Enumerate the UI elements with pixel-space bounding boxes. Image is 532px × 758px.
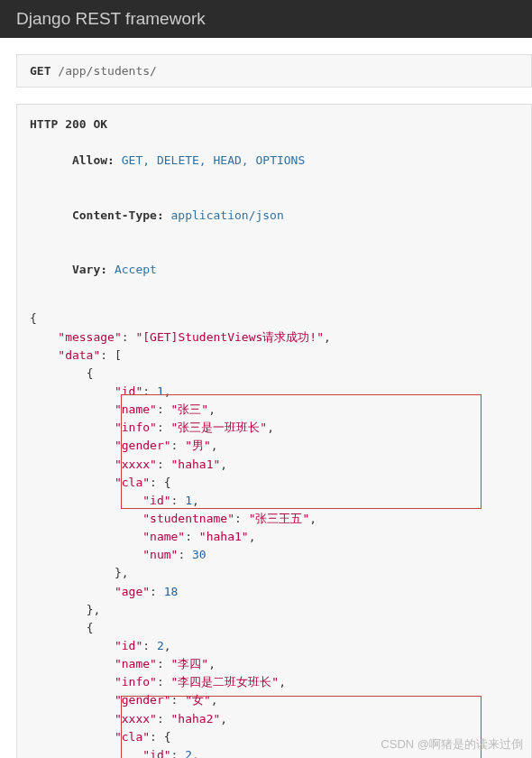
request-path: /app/students/ [58, 64, 157, 78]
json-body: { "message": "[GET]StudentViews请求成功!", "… [30, 310, 518, 758]
request-summary: GET /app/students/ [16, 54, 532, 88]
vary-header-val: Accept [115, 263, 157, 276]
response-block: HTTP 200 OK Allow: GET, DELETE, HEAD, OP… [16, 104, 532, 758]
allow-header-val: GET, DELETE, HEAD, OPTIONS [122, 153, 306, 167]
content-type-key: Content-Type: [72, 208, 164, 222]
vary-header-key: Vary: [72, 263, 107, 276]
request-method: GET [30, 64, 50, 78]
allow-header-key: Allow: [72, 153, 115, 167]
status-line: HTTP 200 OK [30, 116, 518, 134]
json-pre: { "message": "[GET]StudentViews请求成功!", "… [30, 310, 518, 758]
content-type-val: application/json [171, 208, 284, 222]
navbar: Django REST framework [0, 0, 532, 38]
navbar-title[interactable]: Django REST framework [16, 9, 206, 28]
watermark: CSDN @啊猪是的读来过倒 [381, 736, 523, 753]
